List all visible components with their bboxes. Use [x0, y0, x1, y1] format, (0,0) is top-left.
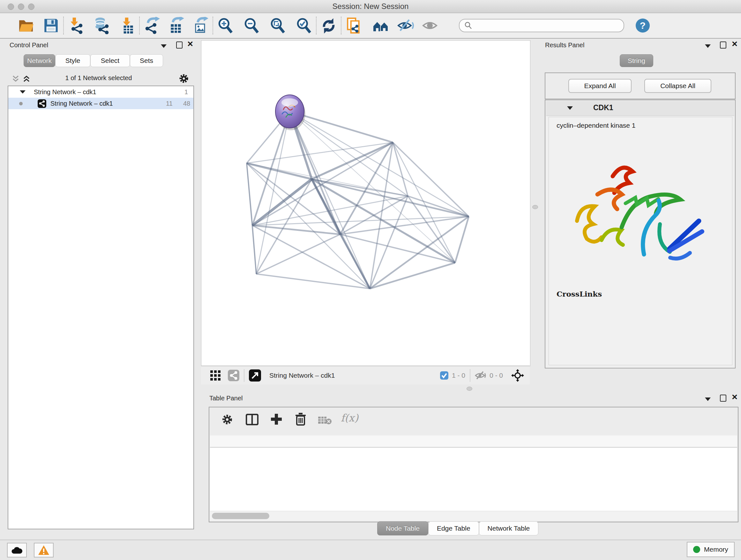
tab-edge-table[interactable]: Edge Table: [428, 521, 479, 536]
results-panel-close-button[interactable]: ✕: [731, 41, 738, 47]
cloud-icon: [10, 545, 23, 555]
network-row[interactable]: String Network – cdk1 11 48: [8, 98, 193, 109]
results-actions-box: Expand All Collapse All: [545, 72, 736, 99]
external-view-icon[interactable]: [249, 369, 261, 381]
import-table-icon: [118, 17, 136, 34]
tab-select[interactable]: Select: [90, 54, 130, 67]
export-table-icon: [167, 17, 185, 34]
tab-style[interactable]: Style: [55, 54, 90, 67]
houses-button[interactable]: [372, 16, 391, 35]
graph-edge[interactable]: [290, 111, 469, 216]
title-bar: Session: New Session: [0, 0, 741, 13]
control-panel-close-button[interactable]: ✕: [187, 41, 193, 47]
graph-node-ccnb2[interactable]: [275, 95, 306, 130]
graph-edge[interactable]: [312, 179, 469, 216]
hidden-eye-icon[interactable]: [475, 371, 486, 380]
memory-button[interactable]: Memory: [687, 542, 735, 557]
status-bar: Memory: [0, 540, 741, 560]
eye-icon: [421, 17, 439, 34]
scrollbar-thumb[interactable]: [212, 513, 269, 519]
graph-edge[interactable]: [455, 216, 469, 263]
help-button[interactable]: ?: [636, 18, 650, 33]
import-table-button[interactable]: [118, 16, 137, 35]
share-view-icon[interactable]: [228, 370, 239, 381]
import-network-button[interactable]: [66, 16, 85, 35]
network-view-title: String Network – cdk1: [269, 372, 335, 379]
results-panel: Results Panel ✕ String Expand All Collap…: [542, 38, 738, 393]
toolbar-separator: [316, 17, 317, 35]
show-graphics-button[interactable]: [421, 16, 440, 35]
network-graph: [201, 41, 530, 366]
network-canvas[interactable]: [201, 40, 530, 366]
zoom-in-button[interactable]: [216, 16, 235, 35]
columns-icon[interactable]: [246, 414, 259, 425]
crosslinks-heading: CrossLinks: [556, 290, 602, 298]
network-list-header: 1 of 1 Network selected: [3, 73, 195, 85]
refresh-button[interactable]: [319, 16, 338, 35]
add-column-icon[interactable]: [270, 413, 282, 425]
control-panel-collapse-button[interactable]: [161, 44, 166, 49]
database-import-icon: [93, 17, 110, 34]
network-selection-status: 1 of 1 Network selected: [3, 74, 195, 82]
tab-node-table[interactable]: Node Table: [377, 521, 428, 536]
horizontal-splitter-grip[interactable]: [467, 387, 472, 391]
graph-edge[interactable]: [256, 234, 340, 274]
export-image-button[interactable]: [191, 16, 210, 35]
houses-icon: [372, 17, 390, 34]
table-tabs: Node TableEdge TableNetwork Table: [377, 521, 538, 536]
collection-count: 1: [185, 86, 188, 98]
tab-sets[interactable]: Sets: [130, 54, 163, 67]
toolbar-search-input[interactable]: [459, 19, 624, 32]
memory-status-icon: [693, 546, 700, 553]
table-gear-icon[interactable]: [221, 414, 233, 425]
table-row[interactable]: [210, 448, 737, 460]
export-network-icon: [143, 17, 160, 34]
control-panel-float-button[interactable]: [176, 42, 183, 49]
zoom-selected-icon: [295, 17, 313, 34]
collapse-all-button[interactable]: Collapse All: [644, 79, 711, 93]
duplicate-network-button[interactable]: [344, 16, 363, 35]
network-collection-row[interactable]: String Network – cdk1 1: [8, 86, 193, 98]
gene-section-header[interactable]: CDK1: [546, 101, 734, 116]
expand-all-button[interactable]: Expand All: [568, 79, 631, 93]
results-panel-float-button[interactable]: [720, 42, 726, 49]
zoom-out-button[interactable]: [242, 16, 261, 35]
network-node-count: 11: [166, 98, 173, 109]
graph-edge[interactable]: [290, 111, 370, 289]
zoom-fit-button[interactable]: [268, 16, 287, 35]
graph-edge[interactable]: [253, 226, 256, 274]
table-horizontal-scrollbar[interactable]: [210, 511, 737, 521]
hide-edges-button[interactable]: [396, 16, 415, 35]
cloud-button[interactable]: [7, 543, 27, 557]
selected-checkbox-icon[interactable]: [440, 371, 449, 380]
import-network-database-button[interactable]: [92, 16, 111, 35]
zoom-selected-button[interactable]: [294, 16, 313, 35]
open-session-button[interactable]: [17, 16, 36, 35]
graph-edge[interactable]: [370, 263, 455, 289]
graph-edge[interactable]: [290, 111, 455, 263]
toolbar-separator: [341, 17, 341, 35]
network-options-gear-icon[interactable]: [179, 73, 189, 84]
graph-edge[interactable]: [253, 179, 312, 226]
trash-icon[interactable]: [295, 413, 307, 426]
function-builder-icon: f(x): [341, 412, 358, 424]
export-table-button[interactable]: [166, 16, 186, 35]
grid-icon[interactable]: [210, 370, 221, 381]
results-panel-collapse-button[interactable]: [705, 44, 711, 49]
table-panel-float-button[interactable]: [720, 395, 726, 401]
crosshair-icon[interactable]: [511, 369, 524, 382]
tab-network-table[interactable]: Network Table: [479, 521, 539, 536]
main-toolbar: ?: [0, 13, 741, 39]
export-network-button[interactable]: [142, 16, 161, 35]
save-session-button[interactable]: [42, 16, 61, 35]
warning-button[interactable]: [34, 543, 54, 557]
graph-edge[interactable]: [247, 163, 408, 196]
tab-network[interactable]: Network: [23, 54, 55, 67]
control-panel-title: Control Panel: [10, 42, 48, 49]
table-panel-title: Table Panel: [209, 395, 243, 402]
vertical-splitter-grip[interactable]: [532, 205, 538, 209]
table-panel-collapse-button[interactable]: [705, 396, 711, 402]
graph-edge[interactable]: [256, 274, 370, 289]
tab-string[interactable]: String: [620, 54, 653, 67]
table-panel-close-button[interactable]: ✕: [731, 394, 738, 400]
